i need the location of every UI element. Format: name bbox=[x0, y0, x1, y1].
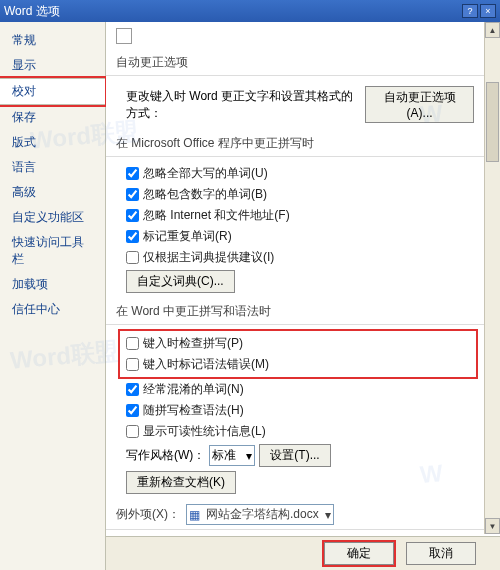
ok-button[interactable]: 确定 bbox=[324, 542, 394, 565]
scroll-thumb[interactable] bbox=[486, 82, 499, 162]
chk-ignore-uppercase[interactable] bbox=[126, 167, 139, 180]
chevron-down-icon: ▾ bbox=[246, 449, 252, 463]
lbl-mark-grammar-typing: 键入时标记语法错误(M) bbox=[143, 356, 269, 373]
sidebar-item-qat[interactable]: 快速访问工具栏 bbox=[0, 230, 105, 272]
chk-ignore-numbers[interactable] bbox=[126, 188, 139, 201]
window-title: Word 选项 bbox=[4, 3, 60, 20]
chevron-down-icon: ▾ bbox=[325, 508, 331, 522]
lbl-ignore-internet: 忽略 Internet 和文件地址(F) bbox=[143, 207, 290, 224]
sidebar-item-display[interactable]: 显示 bbox=[0, 53, 105, 78]
sidebar-item-advanced[interactable]: 高级 bbox=[0, 180, 105, 205]
writing-style-combo[interactable]: 标准▾ bbox=[209, 445, 255, 466]
sidebar-item-language[interactable]: 语言 bbox=[0, 155, 105, 180]
writing-style-value: 标准 bbox=[212, 447, 236, 464]
settings-button[interactable]: 设置(T)... bbox=[259, 444, 330, 467]
word-doc-icon: ▦ bbox=[189, 508, 200, 522]
exceptions-doc-value: 网站金字塔结构.docx bbox=[206, 506, 319, 523]
help-button[interactable]: ? bbox=[462, 4, 478, 18]
cancel-button[interactable]: 取消 bbox=[406, 542, 476, 565]
scroll-down-button[interactable]: ▼ bbox=[485, 518, 500, 534]
sidebar: 常规 显示 校对 保存 版式 语言 高级 自定义功能区 快速访问工具栏 加载项 … bbox=[0, 22, 106, 570]
scroll-up-button[interactable]: ▲ bbox=[485, 22, 500, 38]
sidebar-item-addins[interactable]: 加载项 bbox=[0, 272, 105, 297]
abc-icon bbox=[116, 28, 132, 44]
lbl-flag-repeated: 标记重复单词(R) bbox=[143, 228, 232, 245]
lbl-readability-stats: 显示可读性统计信息(L) bbox=[143, 423, 266, 440]
chk-main-dict-only[interactable] bbox=[126, 251, 139, 264]
sidebar-item-proofing[interactable]: 校对 bbox=[0, 78, 105, 105]
section-exceptions: 例外项(X)： bbox=[116, 506, 180, 523]
section-office-spelling: 在 Microsoft Office 程序中更正拼写时 bbox=[106, 127, 484, 157]
lbl-main-dict-only: 仅根据主词典提供建议(I) bbox=[143, 249, 274, 266]
lbl-grammar-with-spelling: 随拼写检查语法(H) bbox=[143, 402, 244, 419]
lbl-ignore-uppercase: 忽略全部大写的单词(U) bbox=[143, 165, 268, 182]
chk-check-spelling-typing[interactable] bbox=[126, 337, 139, 350]
writing-style-label: 写作风格(W)： bbox=[126, 447, 205, 464]
section-autocorrect: 自动更正选项 bbox=[106, 46, 484, 76]
sidebar-item-ribbon[interactable]: 自定义功能区 bbox=[0, 205, 105, 230]
autocorrect-desc: 更改键入时 Word 更正文字和设置其格式的方式： bbox=[126, 88, 359, 122]
chk-ignore-internet[interactable] bbox=[126, 209, 139, 222]
chk-mark-grammar-typing[interactable] bbox=[126, 358, 139, 371]
lbl-check-spelling-typing: 键入时检查拼写(P) bbox=[143, 335, 243, 352]
chk-confused-words[interactable] bbox=[126, 383, 139, 396]
lbl-confused-words: 经常混淆的单词(N) bbox=[143, 381, 244, 398]
sidebar-item-layout[interactable]: 版式 bbox=[0, 130, 105, 155]
scrollbar[interactable]: ▲ ▼ bbox=[484, 22, 500, 534]
sidebar-item-save[interactable]: 保存 bbox=[0, 105, 105, 130]
exceptions-doc-combo[interactable]: ▦ 网站金字塔结构.docx▾ bbox=[186, 504, 334, 525]
section-word-spelling: 在 Word 中更正拼写和语法时 bbox=[106, 295, 484, 325]
sidebar-item-general[interactable]: 常规 bbox=[0, 28, 105, 53]
sidebar-item-trust[interactable]: 信任中心 bbox=[0, 297, 105, 322]
chk-readability-stats[interactable] bbox=[126, 425, 139, 438]
recheck-doc-button[interactable]: 重新检查文档(K) bbox=[126, 471, 236, 494]
lbl-ignore-numbers: 忽略包含数字的单词(B) bbox=[143, 186, 267, 203]
autocorrect-options-button[interactable]: 自动更正选项(A)... bbox=[365, 86, 474, 123]
close-button[interactable]: × bbox=[480, 4, 496, 18]
chk-grammar-with-spelling[interactable] bbox=[126, 404, 139, 417]
chk-flag-repeated[interactable] bbox=[126, 230, 139, 243]
custom-dict-button[interactable]: 自定义词典(C)... bbox=[126, 270, 235, 293]
